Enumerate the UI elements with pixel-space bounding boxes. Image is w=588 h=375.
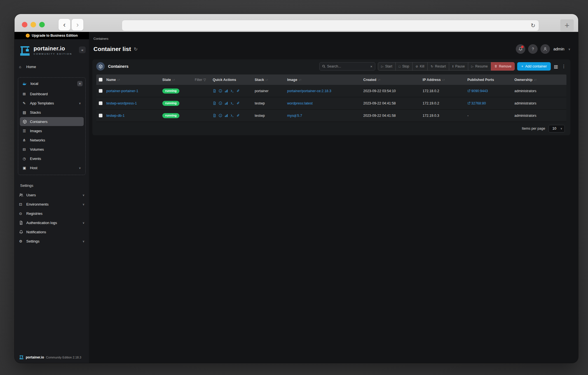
column-header-ownership[interactable]: Ownership ↓↑ (514, 78, 566, 82)
brand-edition: COMMUNITY EDITION (34, 53, 72, 55)
remove-button-label: Remove (499, 64, 512, 68)
stats-icon[interactable] (224, 89, 228, 93)
column-header-ports: Published Ports (467, 78, 514, 82)
sidebar-item-notifications[interactable]: Notifications (16, 227, 87, 236)
column-header-stack[interactable]: Stack ↓↑ (255, 78, 287, 82)
sidebar-item-users[interactable]: Users ∨ (16, 190, 87, 199)
stats-icon[interactable] (224, 101, 228, 105)
traffic-light-close-button[interactable] (22, 22, 27, 27)
port-link[interactable]: 9090:9443 (471, 89, 488, 93)
restart-button-label: Restart (435, 64, 446, 68)
image-link[interactable]: mysql:5.7 (287, 114, 302, 118)
sidebar-item-label: Host (30, 166, 38, 170)
sidebar-collapse-button[interactable]: « (79, 46, 86, 53)
console-icon[interactable] (230, 101, 234, 105)
sidebar-item-containers[interactable]: Containers (20, 117, 84, 126)
browser-back-button[interactable]: ‹ (58, 18, 71, 31)
attach-icon[interactable] (236, 101, 240, 105)
image-link[interactable]: portainer/portainer-ce:2.18.3 (287, 89, 331, 93)
row-checkbox[interactable] (99, 101, 102, 105)
sidebar-item-images[interactable]: ☰ Images (20, 126, 84, 135)
restart-button[interactable]: ↻ Restart (427, 62, 449, 71)
start-button[interactable]: ▷ Start (378, 62, 396, 71)
items-per-page-select[interactable]: 10 ∨ (549, 125, 565, 132)
plus-icon: + (521, 64, 523, 68)
column-header-created[interactable]: Created ↓↑ (363, 78, 423, 82)
inspect-icon[interactable] (219, 101, 222, 105)
sidebar-item-host[interactable]: ▣ Host ∨ (20, 163, 84, 172)
user-avatar[interactable] (540, 44, 550, 54)
environment-close-button[interactable]: × (77, 81, 83, 86)
sidebar-item-registries[interactable]: ⊙ Registries (16, 209, 87, 218)
browser-forward-button[interactable]: › (71, 18, 84, 31)
refresh-icon[interactable]: ↻ (134, 46, 137, 52)
column-header-name[interactable]: Name ↓↑ (106, 78, 162, 82)
add-container-button[interactable]: + Add container (517, 62, 550, 71)
containers-badge (96, 62, 105, 71)
sidebar-item-app-templates[interactable]: ✎ App Templates ∨ (20, 99, 84, 108)
traffic-light-zoom-button[interactable] (39, 22, 45, 27)
sidebar-item-volumes[interactable]: ⊟ Volumes (20, 145, 84, 154)
image-link[interactable]: wordpress:latest (287, 101, 313, 105)
clear-search-icon[interactable]: × (370, 64, 373, 69)
columns-settings-icon[interactable]: ▥ (553, 64, 559, 69)
pause-button-label: Pause (455, 64, 465, 68)
inspect-icon[interactable] (219, 89, 222, 93)
home-icon: ⌂ (19, 65, 26, 69)
new-tab-button[interactable]: + (560, 19, 574, 31)
logs-icon[interactable] (213, 89, 216, 93)
kill-button[interactable]: ⊘ Kill (412, 62, 428, 71)
column-header-image[interactable]: Image ↓↑ (287, 78, 363, 82)
pause-button[interactable]: ‖ Pause (449, 62, 468, 71)
notifications-button[interactable] (516, 44, 525, 54)
search-input[interactable] (327, 64, 369, 68)
sort-icon: ↓↑ (299, 78, 301, 81)
state-filter[interactable]: Filter ▽ (195, 78, 210, 82)
console-icon[interactable] (230, 89, 234, 93)
upgrade-banner[interactable]: ↑ Upgrade to Business Edition (15, 32, 89, 39)
help-button[interactable]: ? (528, 44, 538, 54)
column-header-ip[interactable]: IP Address ↓↑ (423, 78, 467, 82)
stop-button[interactable]: □ Stop (395, 62, 413, 71)
console-icon[interactable] (230, 114, 234, 117)
column-label: Name (106, 78, 116, 82)
port-link[interactable]: 32768:80 (471, 101, 486, 105)
sidebar-item-dashboard[interactable]: ⊞ Dashboard (20, 89, 84, 98)
sidebar-item-home[interactable]: ⌂ Home (16, 62, 87, 71)
inspect-icon[interactable] (219, 114, 222, 117)
address-bar[interactable]: ↻ (122, 20, 539, 31)
sidebar-item-authentication-logs[interactable]: Authentication logs ∨ (16, 218, 87, 227)
attach-icon[interactable] (236, 89, 240, 93)
logs-icon[interactable] (213, 101, 216, 105)
edit-icon: ✎ (23, 101, 30, 105)
traffic-light-minimize-button[interactable] (31, 22, 36, 27)
sidebar-item-stacks[interactable]: ▤ Stacks (20, 108, 84, 117)
sidebar-item-label: Notifications (26, 230, 46, 234)
row-checkbox[interactable] (99, 114, 102, 117)
sidebar-item-networks[interactable]: ⋔ Networks (20, 136, 84, 145)
container-name-link[interactable]: portainer-portainer-1 (106, 89, 138, 93)
sidebar-item-label: Registries (26, 211, 43, 216)
created-cell: 2023-09-22 04:41:58 (363, 114, 423, 118)
sidebar-item-environments[interactable]: ⊡ Environments ∨ (16, 200, 87, 209)
ports-cell: 9090:9443 (467, 89, 514, 93)
kebab-menu-icon[interactable]: ⋮ (561, 64, 566, 69)
container-name-link[interactable]: testwp-db-1 (106, 114, 125, 118)
ip-cell: 172.19.0.2 (423, 101, 467, 105)
sidebar-item-events[interactable]: ◷ Events (20, 154, 84, 163)
chevron-down-icon[interactable]: ∨ (568, 48, 570, 51)
select-all-checkbox[interactable] (99, 78, 102, 81)
sidebar-item-label: Stacks (30, 110, 41, 115)
row-checkbox[interactable] (99, 89, 102, 93)
reload-icon[interactable]: ↻ (531, 22, 535, 29)
container-name-link[interactable]: testwp-wordpress-1 (106, 101, 137, 105)
attach-icon[interactable] (236, 114, 240, 117)
environment-header[interactable]: local × (18, 79, 85, 89)
logs-icon[interactable] (213, 114, 216, 117)
resume-button[interactable]: ▷ Resume (468, 62, 491, 71)
stats-icon[interactable] (224, 114, 228, 117)
remove-button[interactable]: Remove (491, 62, 515, 71)
column-header-state[interactable]: State ↓↑ Filter ▽ (162, 78, 213, 82)
sidebar-item-label: Environments (26, 202, 48, 206)
sidebar-item-settings[interactable]: ⚙ Settings ∨ (16, 237, 87, 246)
